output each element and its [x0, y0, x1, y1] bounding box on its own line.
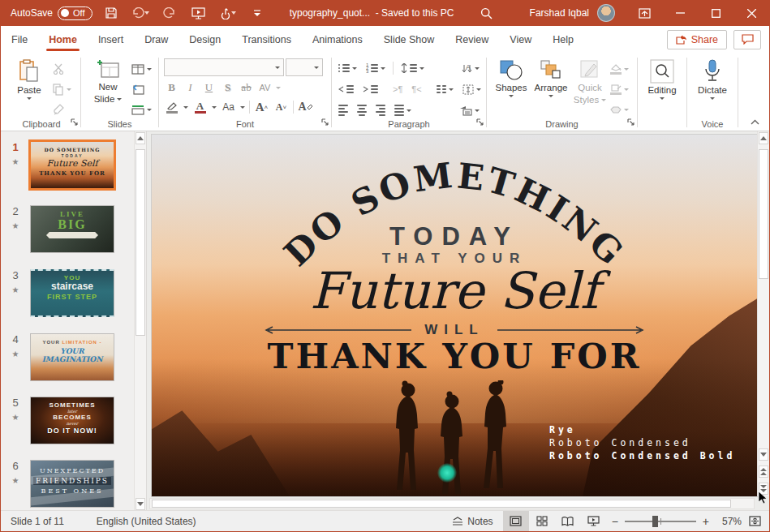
shapes-dropdown-icon[interactable] — [509, 95, 514, 97]
columns-dropdown-icon[interactable] — [449, 88, 454, 91]
normal-view-button[interactable] — [503, 511, 529, 531]
copy-button[interactable] — [51, 81, 73, 97]
shape-outline-button[interactable] — [609, 81, 630, 97]
thumbnail-scrollbar[interactable] — [134, 131, 146, 511]
comments-button[interactable] — [733, 30, 761, 49]
slide-sorter-view-button[interactable] — [529, 511, 555, 531]
slide-counter[interactable]: Slide 1 of 11 — [1, 516, 74, 527]
notes-button[interactable]: Notes — [442, 511, 502, 531]
new-slide-button[interactable]: New Slide — [86, 57, 130, 105]
tab-animations[interactable]: Animations — [302, 26, 373, 53]
slide-thumbnail-1[interactable]: DO SOMETHING TODAY Future Self THANK YOU… — [30, 141, 114, 189]
arrange-button[interactable]: Arrange — [531, 57, 571, 97]
align-right-button[interactable] — [374, 102, 387, 118]
increase-font-button[interactable]: A˄ — [254, 99, 269, 115]
search-button[interactable] — [476, 4, 497, 22]
slide-thumbnail-3[interactable]: YOU staircase FIRST STEP — [30, 269, 114, 317]
underline-button[interactable]: U — [201, 79, 217, 96]
rtl-paragraph-button[interactable]: >¶ — [391, 81, 404, 97]
user-name[interactable]: Farshad Iqbal — [530, 7, 589, 19]
zoom-slider-thumb[interactable] — [652, 516, 658, 527]
decrease-font-button[interactable]: A˅ — [273, 99, 289, 115]
increase-indent-button[interactable] — [361, 81, 380, 97]
dictate-dropdown-icon[interactable] — [710, 97, 715, 100]
bullets-dropdown-icon[interactable] — [352, 67, 357, 70]
tab-insert[interactable]: Insert — [88, 26, 134, 53]
tab-transitions[interactable]: Transitions — [231, 26, 302, 53]
line-spacing-dropdown-icon[interactable] — [419, 67, 424, 70]
align-text-button[interactable] — [461, 81, 483, 97]
paste-dropdown-icon[interactable] — [27, 97, 32, 100]
ltr-paragraph-button[interactable]: ¶< — [410, 81, 423, 97]
shape-fill-dropdown-icon[interactable] — [624, 68, 629, 71]
align-left-button[interactable] — [337, 102, 350, 118]
autosave-switch[interactable]: Off — [58, 6, 92, 20]
text-shadow-button[interactable]: S — [220, 79, 235, 96]
save-button[interactable] — [101, 4, 122, 22]
tab-draw[interactable]: Draw — [134, 26, 179, 53]
shape-effects-button[interactable] — [609, 101, 630, 118]
layout-button[interactable] — [130, 61, 153, 77]
shapes-button[interactable]: Shapes — [492, 57, 531, 97]
undo-button[interactable] — [130, 4, 151, 22]
format-painter-button[interactable] — [51, 101, 73, 118]
minimize-button[interactable] — [662, 0, 698, 26]
tab-view[interactable]: View — [499, 26, 542, 53]
slide-vertical-scrollbar[interactable] — [757, 131, 769, 496]
justify-button[interactable] — [393, 102, 413, 118]
tab-home[interactable]: Home — [38, 26, 88, 53]
collapse-ribbon-button[interactable] — [751, 116, 759, 127]
paste-button[interactable]: Paste — [7, 57, 51, 100]
text-direction-button[interactable]: A — [460, 60, 481, 76]
language-indicator[interactable]: English (United States) — [74, 516, 206, 527]
undo-dropdown-icon[interactable] — [144, 11, 149, 15]
layout-dropdown-icon[interactable] — [147, 68, 152, 71]
strikethrough-button[interactable]: ab — [239, 79, 254, 96]
slide-thumbnail-4[interactable]: YOUR LIMITATION - YOUR IMAGINATION — [30, 333, 114, 381]
thumbnail-scroll-up-button[interactable] — [136, 132, 145, 144]
copy-dropdown-icon[interactable] — [67, 88, 71, 91]
thumbnail-scroll-down-button[interactable] — [136, 498, 145, 510]
touch-mode-dropdown-icon[interactable] — [231, 11, 236, 15]
zoom-in-button[interactable]: + — [703, 515, 709, 528]
smartart-button[interactable] — [458, 102, 481, 118]
share-button[interactable]: Share — [667, 30, 727, 49]
font-size-dropdown-icon[interactable] — [314, 66, 319, 69]
reset-button[interactable] — [130, 81, 153, 97]
close-button[interactable] — [733, 0, 769, 26]
line-spacing-button[interactable] — [399, 60, 426, 76]
horizontal-scroll-thumb[interactable] — [152, 500, 731, 508]
tab-design[interactable]: Design — [179, 26, 231, 53]
font-name-dropdown-icon[interactable] — [275, 66, 280, 69]
character-spacing-dropdown-icon[interactable] — [276, 87, 281, 89]
shape-effects-dropdown-icon[interactable] — [624, 109, 629, 111]
drawing-dialog-launcher[interactable] — [627, 117, 634, 128]
paragraph-dialog-launcher[interactable] — [476, 117, 484, 128]
align-text-dropdown-icon[interactable] — [476, 88, 481, 91]
numbering-button[interactable]: 123 — [364, 60, 387, 76]
clipboard-dialog-launcher[interactable] — [71, 117, 78, 128]
clear-formatting-button[interactable]: A — [298, 99, 313, 115]
text-direction-dropdown-icon[interactable] — [475, 67, 480, 70]
avatar[interactable] — [597, 4, 615, 22]
decrease-indent-button[interactable] — [337, 81, 355, 97]
editing-button[interactable]: Editing — [643, 57, 682, 100]
tab-slideshow[interactable]: Slide Show — [373, 26, 445, 53]
tab-review[interactable]: Review — [445, 26, 499, 53]
editing-dropdown-icon[interactable] — [660, 97, 665, 100]
font-dialog-launcher[interactable] — [321, 117, 329, 128]
zoom-level[interactable]: 57% — [714, 516, 742, 527]
columns-button[interactable] — [435, 81, 455, 97]
quick-styles-button[interactable]: Quick Styles — [571, 57, 609, 105]
previous-slide-button[interactable] — [759, 466, 768, 478]
font-color-dropdown-icon[interactable] — [212, 106, 217, 109]
maximize-button[interactable] — [698, 0, 733, 26]
font-size-combobox[interactable] — [286, 58, 323, 76]
quick-access-customize-button[interactable] — [247, 4, 268, 22]
section-dropdown-icon[interactable] — [147, 109, 152, 111]
font-color-button[interactable]: A — [192, 99, 208, 115]
numbering-dropdown-icon[interactable] — [381, 67, 385, 70]
character-spacing-button[interactable]: AV — [257, 79, 273, 96]
align-center-button[interactable] — [355, 102, 368, 118]
autosave-toggle[interactable]: AutoSave Off — [11, 6, 92, 20]
